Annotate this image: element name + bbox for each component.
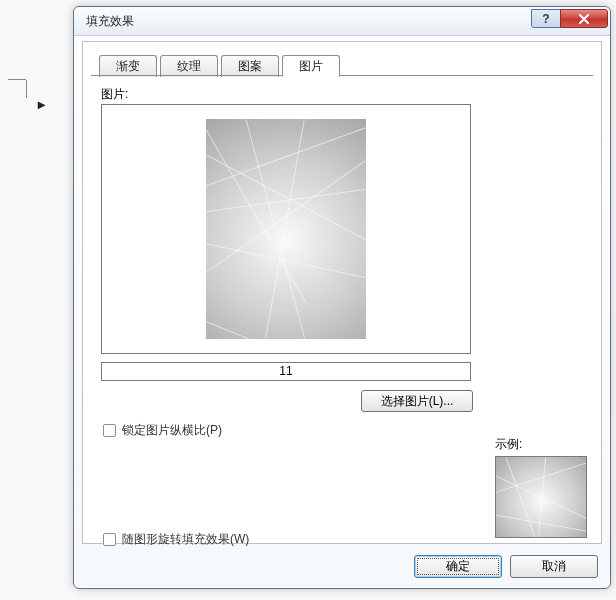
- cancel-label: 取消: [542, 558, 566, 575]
- ruler-segment: [26, 80, 27, 98]
- picture-preview-frame: [101, 104, 471, 354]
- tabstrip-divider: [91, 75, 593, 76]
- tab-picture[interactable]: 图片: [282, 55, 340, 77]
- picture-section-label: 图片:: [101, 86, 128, 103]
- checkbox-box-icon: [103, 424, 116, 437]
- lock-aspect-label: 锁定图片纵横比(P): [122, 422, 222, 439]
- select-picture-label: 选择图片(L)...: [381, 393, 454, 410]
- select-picture-button[interactable]: 选择图片(L)...: [361, 390, 473, 412]
- tabs: 渐变 纹理 图案 图片: [99, 54, 343, 76]
- tab-texture[interactable]: 纹理: [160, 55, 218, 77]
- dialog-body: 渐变 纹理 图案 图片 图片: 11 选择图片(L)...: [82, 41, 602, 544]
- tab-pattern[interactable]: 图案: [221, 55, 279, 77]
- close-icon: [577, 13, 591, 25]
- ok-label: 确定: [446, 558, 470, 575]
- rotate-with-shape-label: 随图形旋转填充效果(W): [122, 531, 249, 548]
- titlebar[interactable]: 填充效果 ?: [74, 7, 610, 36]
- checkbox-box-icon: [103, 533, 116, 546]
- picture-name-text: 11: [279, 364, 292, 378]
- ruler-segment: [8, 74, 26, 80]
- help-icon: ?: [542, 12, 549, 26]
- dialog-footer: 确定 取消: [414, 555, 598, 578]
- ok-button[interactable]: 确定: [414, 555, 502, 578]
- fill-effects-dialog: 填充效果 ? 渐变 纹理 图案 图片 图片:: [73, 6, 611, 589]
- lock-aspect-checkbox[interactable]: 锁定图片纵横比(P): [103, 422, 222, 439]
- sample-preview: [495, 456, 587, 538]
- window-title: 填充效果: [74, 7, 134, 36]
- rotate-with-shape-checkbox[interactable]: 随图形旋转填充效果(W): [103, 531, 249, 548]
- picture-name-field: 11: [101, 362, 471, 381]
- tab-gradient[interactable]: 渐变: [99, 55, 157, 77]
- picture-preview: [206, 119, 366, 339]
- window-controls: ?: [532, 9, 608, 28]
- sample-label: 示例:: [495, 436, 522, 453]
- cancel-button[interactable]: 取消: [510, 555, 598, 578]
- caret-icon: ▸: [38, 96, 45, 112]
- close-button[interactable]: [560, 9, 608, 28]
- background-ruler-decoration: ▸: [8, 74, 42, 108]
- help-button[interactable]: ?: [531, 9, 561, 28]
